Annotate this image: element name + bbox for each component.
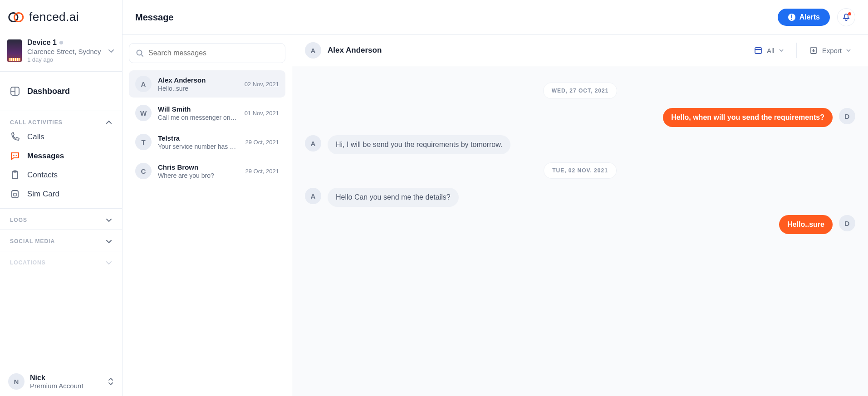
device-name: Device 1 bbox=[27, 39, 57, 47]
brand-logo[interactable]: fenced.ai bbox=[0, 0, 122, 34]
chat-panel: A Alex Anderson All Export bbox=[292, 35, 868, 396]
chat-body: WED, 27 OCT, 2021 Hello, when will you s… bbox=[292, 66, 868, 396]
section-locations-label: LOCATIONS bbox=[10, 259, 46, 266]
message-in: A Hello Can you send me the details? bbox=[305, 188, 855, 207]
thread-preview: Call me on messenger once you re… bbox=[158, 114, 238, 121]
svg-rect-12 bbox=[755, 48, 761, 54]
nav-messages[interactable]: Messages bbox=[0, 147, 122, 166]
nav-dashboard[interactable]: Dashboard bbox=[0, 82, 122, 101]
brand-mark-icon bbox=[7, 11, 25, 24]
thread-row[interactable]: T Telstra Your service number has been b… bbox=[129, 128, 285, 156]
chat-contact-name: Alex Anderson bbox=[328, 46, 382, 55]
chevron-down-icon bbox=[106, 238, 112, 244]
message-in: A Hi, I will be send you the requirement… bbox=[305, 135, 855, 154]
chevron-down-icon bbox=[108, 47, 115, 54]
thread-name: Will Smith bbox=[158, 105, 238, 113]
message-out: Hello..sure D bbox=[305, 215, 855, 234]
export-label: Export bbox=[822, 47, 842, 54]
thread-list: A Alex Anderson Hello..sure 02 Nov, 2021… bbox=[123, 35, 292, 396]
status-dot-icon bbox=[59, 41, 63, 44]
device-thumbnail bbox=[7, 39, 22, 62]
brand-name: fenced.ai bbox=[29, 10, 79, 24]
thread-date: 29 Oct, 2021 bbox=[245, 139, 279, 146]
user-account[interactable]: N Nick Premium Account bbox=[0, 367, 122, 396]
thread-row[interactable]: W Will Smith Call me on messenger once y… bbox=[129, 99, 285, 127]
svg-point-5 bbox=[16, 155, 17, 156]
sim-icon bbox=[10, 189, 20, 199]
dashboard-icon bbox=[10, 86, 20, 96]
phone-icon bbox=[10, 132, 20, 142]
svg-rect-9 bbox=[14, 193, 16, 196]
search-input[interactable] bbox=[148, 49, 279, 57]
nav-sim[interactable]: Sim Card bbox=[0, 185, 122, 204]
thread-date: 01 Nov, 2021 bbox=[245, 110, 279, 117]
message-icon bbox=[10, 151, 20, 161]
nav-contacts-label: Contacts bbox=[27, 171, 58, 180]
date-separator: WED, 27 OCT, 2021 bbox=[543, 83, 618, 99]
thread-name: Alex Anderson bbox=[158, 76, 238, 84]
alerts-button[interactable]: Alerts bbox=[778, 9, 830, 26]
svg-point-1 bbox=[15, 13, 23, 21]
message-bubble: Hi, I will be send you the requirements … bbox=[328, 135, 510, 154]
user-name: Nick bbox=[30, 374, 102, 382]
section-logs[interactable]: LOGS bbox=[0, 209, 122, 225]
clipboard-icon bbox=[10, 170, 20, 180]
thread-preview: Where are you bro? bbox=[158, 172, 239, 179]
section-locations[interactable]: LOCATIONS bbox=[0, 251, 122, 268]
divider bbox=[796, 43, 797, 58]
section-call-activities[interactable]: CALL ACTIVITIES bbox=[0, 111, 122, 127]
sidebar: fenced.ai Device 1 Clarence Street, Sydn… bbox=[0, 0, 123, 396]
thread-avatar: T bbox=[135, 134, 152, 150]
thread-preview: Your service number has been bloc… bbox=[158, 143, 239, 150]
thread-row[interactable]: C Chris Brown Where are you bro? 29 Oct,… bbox=[129, 157, 285, 185]
message-bubble: Hello..sure bbox=[779, 215, 833, 234]
svg-point-3 bbox=[13, 155, 14, 156]
sender-avatar: A bbox=[305, 135, 321, 152]
sender-avatar: A bbox=[305, 188, 321, 204]
notification-dot-icon bbox=[848, 12, 851, 15]
message-bubble: Hello Can you send me the details? bbox=[328, 188, 459, 207]
chat-contact-avatar: A bbox=[305, 42, 321, 59]
thread-row[interactable]: A Alex Anderson Hello..sure 02 Nov, 2021 bbox=[129, 70, 285, 98]
user-plan: Premium Account bbox=[30, 382, 102, 390]
nav-messages-label: Messages bbox=[27, 152, 64, 161]
svg-rect-8 bbox=[12, 191, 18, 198]
search-icon bbox=[136, 49, 144, 57]
chevron-down-icon bbox=[106, 217, 112, 223]
svg-point-11 bbox=[137, 50, 142, 55]
section-social-media[interactable]: SOCIAL MEDIA bbox=[0, 230, 122, 246]
device-selector[interactable]: Device 1 Clarence Street, Sydney 1 day a… bbox=[0, 34, 122, 72]
alerts-label: Alerts bbox=[799, 13, 820, 21]
thread-preview: Hello..sure bbox=[158, 85, 238, 92]
page-title: Message bbox=[135, 12, 174, 23]
search-box[interactable] bbox=[129, 43, 285, 63]
nav-calls-label: Calls bbox=[27, 132, 44, 142]
message-bubble: Hello, when will you send the requiremen… bbox=[663, 108, 833, 127]
thread-name: Telstra bbox=[158, 134, 239, 142]
section-logs-label: LOGS bbox=[10, 217, 27, 223]
topbar: Message Alerts bbox=[123, 0, 868, 35]
message-out: Hello, when will you send the requiremen… bbox=[305, 108, 855, 127]
calendar-icon bbox=[754, 46, 762, 54]
sort-icon bbox=[108, 377, 114, 386]
nav-contacts[interactable]: Contacts bbox=[0, 166, 122, 185]
section-call-activities-label: CALL ACTIVITIES bbox=[10, 119, 63, 126]
main: Message Alerts A Alex Anderso bbox=[123, 0, 868, 396]
nav-calls[interactable]: Calls bbox=[0, 127, 122, 147]
chat-header: A Alex Anderson All Export bbox=[292, 35, 868, 66]
date-separator: TUE, 02 NOV, 2021 bbox=[544, 162, 617, 179]
section-social-label: SOCIAL MEDIA bbox=[10, 238, 55, 244]
svg-point-4 bbox=[15, 155, 15, 156]
chevron-up-icon bbox=[106, 119, 112, 126]
nav-dashboard-label: Dashboard bbox=[27, 87, 70, 96]
export-button[interactable]: Export bbox=[805, 44, 855, 57]
alert-badge-icon bbox=[788, 13, 796, 21]
filter-all-button[interactable]: All bbox=[750, 44, 788, 57]
nav-sim-label: Sim Card bbox=[27, 190, 59, 199]
device-time: 1 day ago bbox=[27, 56, 102, 63]
notifications-button[interactable] bbox=[837, 8, 855, 26]
caret-down-icon bbox=[846, 48, 851, 53]
thread-name: Chris Brown bbox=[158, 163, 239, 171]
sender-avatar: D bbox=[839, 108, 855, 124]
thread-avatar: W bbox=[135, 105, 152, 121]
